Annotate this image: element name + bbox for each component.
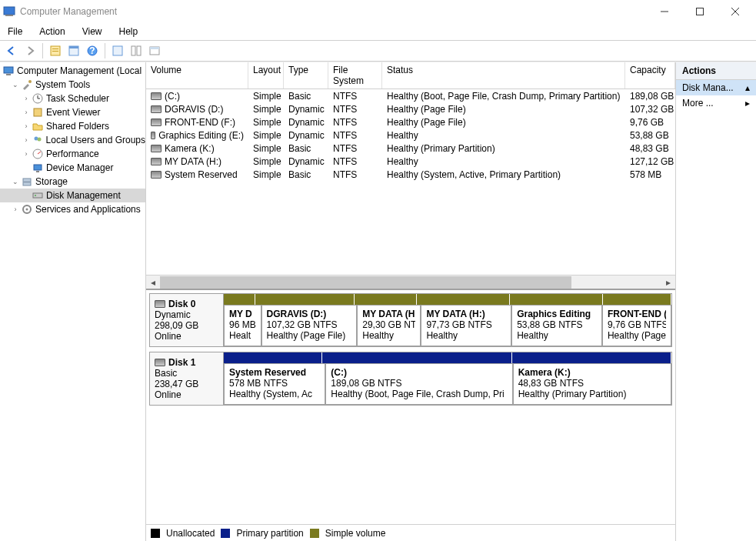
tree-system-tools[interactable]: ⌄ System Tools [0,78,145,92]
tree-performance[interactable]: ›Performance [0,147,145,161]
svg-rect-18 [4,67,13,73]
legend-primary-swatch [221,529,230,538]
forward-button[interactable] [22,42,38,59]
clock-icon [32,92,44,105]
disk-mgmt-icon [32,189,44,202]
services-icon [21,203,33,215]
actions-disk-management[interactable]: Disk Mana... ▴ [676,80,756,95]
tree-local-users[interactable]: ›Local Users and Groups [0,133,145,147]
tree-task-scheduler[interactable]: ›Task Scheduler [0,92,145,105]
properties-button[interactable] [65,42,82,59]
expand-icon[interactable]: › [22,94,31,103]
svg-rect-29 [34,165,42,170]
settings-button[interactable] [146,42,163,59]
col-filesystem[interactable]: File System [328,62,382,88]
volume-icon [151,105,162,113]
volume-icon [151,119,162,126]
svg-text:?: ? [89,45,95,56]
partition[interactable]: (C:)189,08 GB NTFSHealthy (Boot, Page Fi… [325,363,512,405]
expand-icon[interactable]: › [22,135,31,145]
col-volume[interactable]: Volume [146,62,248,88]
volume-row[interactable]: (C:)SimpleBasicNTFSHealthy (Boot, Page F… [146,89,675,102]
partition[interactable]: Kamera (K:)48,83 GB NTFSHealthy (Primary… [513,363,671,405]
legend-unallocated-swatch [151,529,160,538]
disk-info[interactable]: Disk 1Basic238,47 GBOnline [150,352,224,405]
view-mode-button[interactable] [128,42,145,59]
legend: Unallocated Primary partition Simple vol… [146,524,675,541]
disk-icon [155,300,165,308]
partition[interactable]: System Reserved578 MB NTFSHealthy (Syste… [224,363,325,405]
tree-event-viewer[interactable]: ›Event Viewer [0,105,145,119]
collapse-triangle-icon: ▴ [745,82,750,93]
refresh-button[interactable] [109,42,126,59]
collapse-icon[interactable]: ⌄ [11,177,20,186]
volume-icon [151,132,155,139]
tree-shared-folders[interactable]: ›Shared Folders [0,119,145,133]
tree-disk-management[interactable]: Disk Management [0,189,145,202]
expand-icon[interactable]: › [11,205,20,214]
volume-row[interactable]: Graphics Editing (E:)SimpleDynamicNTFSHe… [146,129,675,142]
partition[interactable]: FRONT-END (9,76 GB NTFSHealthy (Page [602,305,671,346]
volume-icon [151,171,162,179]
disk-info[interactable]: Disk 0Dynamic298,09 GBOnline [150,294,224,346]
col-status[interactable]: Status [382,62,625,88]
actions-more[interactable]: More ... ▸ [676,95,756,111]
scroll-left-icon[interactable]: ◂ [146,276,160,289]
toolbar: ? [0,40,756,62]
partition[interactable]: DGRAVIS (D:)107,32 GB NTFSHealthy (Page … [261,305,358,346]
svg-rect-33 [33,193,42,198]
svg-rect-15 [137,46,141,55]
maximize-button[interactable] [682,1,718,22]
partition[interactable]: MY DATA (H:)29,30 GB NTFSHealthy [357,305,421,346]
volume-row[interactable]: Kamera (K:)SimpleBasicNTFSHealthy (Prima… [146,142,675,155]
svg-rect-31 [23,179,31,182]
disk-block: Disk 0Dynamic298,09 GBOnlineMY D96 MBHea… [149,293,672,347]
menu-file[interactable]: File [5,25,25,38]
horizontal-scrollbar[interactable]: ◂ ▸ [146,275,675,289]
back-button[interactable] [3,42,20,59]
svg-point-20 [28,80,32,83]
close-button[interactable] [718,1,753,22]
users-icon [32,134,44,146]
menu-view[interactable]: View [79,25,105,38]
minimize-button[interactable] [647,1,682,22]
volume-list: Volume Layout Type File System Status Ca… [146,62,675,290]
col-capacity[interactable]: Capacity [625,62,675,88]
chevron-right-icon: ▸ [745,98,750,109]
col-layout[interactable]: Layout [248,62,284,88]
menu-help[interactable]: Help [116,25,142,38]
volume-row[interactable]: System ReservedSimpleBasicNTFSHealthy (S… [146,168,675,181]
expand-icon[interactable]: › [22,122,31,131]
partition[interactable]: MY D96 MBHealt [224,305,261,346]
expand-icon[interactable]: › [22,108,31,117]
tree-device-manager[interactable]: Device Manager [0,161,145,175]
show-hide-tree-button[interactable] [47,42,64,59]
scroll-right-icon[interactable]: ▸ [661,276,675,289]
svg-rect-13 [113,46,122,55]
volume-row[interactable]: FRONT-END (F:)SimpleDynamicNTFSHealthy (… [146,115,675,129]
partition[interactable]: Graphics Editing53,88 GB NTFSHealthy [511,305,602,346]
col-type[interactable]: Type [284,62,328,88]
svg-rect-30 [36,171,39,172]
actions-header: Actions [676,62,756,80]
help-button[interactable]: ? [84,42,101,59]
partition[interactable]: MY DATA (H:)97,73 GB NTFSHealthy [421,305,511,346]
volume-row[interactable]: MY DATA (H:)SimpleDynamicNTFSHealthy127,… [146,155,675,168]
navigation-tree[interactable]: Computer Management (Local ⌄ System Tool… [0,62,146,541]
scroll-thumb[interactable] [160,276,571,289]
disk-block: Disk 1Basic238,47 GBOnlineSystem Reserve… [149,352,672,406]
app-icon [3,5,15,18]
volume-icon [151,92,162,100]
menu-bar: File Action View Help [0,23,756,40]
tree-services[interactable]: ›Services and Applications [0,202,145,216]
svg-rect-10 [69,46,78,48]
volume-row[interactable]: DGRAVIS (D:)SimpleDynamicNTFSHealthy (Pa… [146,102,675,115]
expand-icon[interactable]: › [22,149,31,159]
collapse-icon[interactable]: ⌄ [11,80,20,89]
volume-icon [151,158,162,165]
tree-storage[interactable]: ⌄Storage [0,175,145,189]
menu-action[interactable]: Action [36,25,68,38]
actions-panel: Actions Disk Mana... ▴ More ... ▸ [676,62,756,541]
tree-root[interactable]: Computer Management (Local [0,64,145,78]
event-icon [32,106,44,119]
